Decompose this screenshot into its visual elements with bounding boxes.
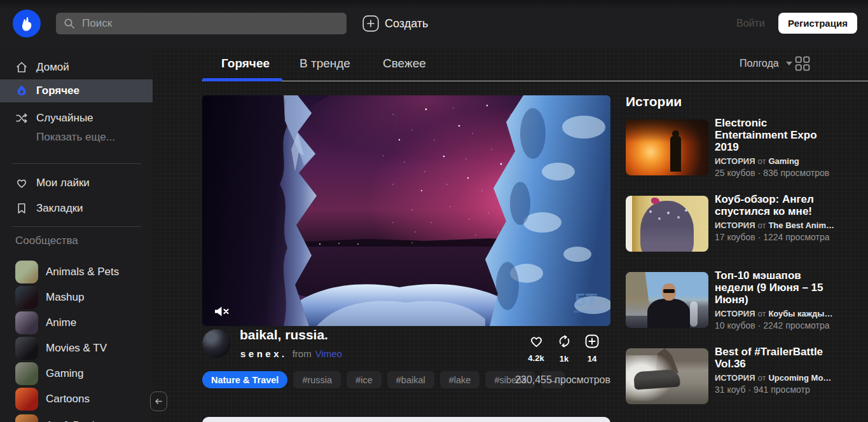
story-meta: ИСТОРИЯотGaming xyxy=(715,156,829,166)
story-title[interactable]: Electronic Entertainment Expo 2019 xyxy=(715,117,829,153)
hashtag[interactable]: #baikal xyxy=(387,371,434,388)
story-text: Топ-10 мэшапов недели (9 Июня – 15 Июня)… xyxy=(715,269,832,330)
arrow-left-icon xyxy=(154,397,163,406)
community-item[interactable]: Movies & TV xyxy=(0,336,153,361)
community-avatar xyxy=(15,388,38,411)
period-filter[interactable]: Полгода xyxy=(740,58,792,69)
coub-title: baikal, russia. xyxy=(240,327,328,343)
svg-text:5T: 5T xyxy=(575,289,597,310)
heart-icon xyxy=(529,334,544,348)
coub-logo[interactable] xyxy=(13,10,41,37)
community-avatar xyxy=(15,362,38,385)
community-avatar xyxy=(15,337,38,360)
story-text: Electronic Entertainment Expo 2019 ИСТОР… xyxy=(715,117,829,178)
sidebar-item-likes[interactable]: Мои лайки xyxy=(0,174,153,193)
thumbnail-art xyxy=(651,198,659,204)
sidebar-item-hot[interactable]: Горячее xyxy=(0,79,153,102)
likes-count: 4.2k xyxy=(522,353,550,363)
thumbnail-art xyxy=(640,201,693,252)
story-title[interactable]: Топ-10 мэшапов недели (9 Июня – 15 Июня) xyxy=(715,269,829,306)
coub-author-avatar[interactable] xyxy=(202,329,231,358)
story-thumbnail[interactable] xyxy=(626,119,708,175)
tab-fresh[interactable]: Свежее xyxy=(383,57,426,71)
community-item[interactable]: Animals & Pets xyxy=(0,259,153,285)
story-from-label: от xyxy=(758,309,766,318)
next-coub-card-peek[interactable] xyxy=(202,417,610,422)
sidebar-item-bookmarks[interactable]: Закладки xyxy=(0,199,153,218)
hashtag[interactable]: #russia xyxy=(293,371,341,388)
thumbnail-art xyxy=(633,369,680,390)
story-text: Best of #TrailerBattle Vol.36 ИСТОРИЯотU… xyxy=(715,346,831,404)
story-stats: 31 коуб · 941 просмотр xyxy=(715,385,831,395)
plus-icon xyxy=(362,15,379,32)
bookmark-icon xyxy=(15,202,28,215)
community-item[interactable]: Gaming xyxy=(0,361,153,386)
sidebar-item-label: Случайные xyxy=(36,112,93,125)
story-type-label: ИСТОРИЯ xyxy=(715,221,755,230)
thumbnail-art xyxy=(662,283,676,301)
story-channel-link[interactable]: Коубы кажды… xyxy=(768,309,832,318)
story-card[interactable]: Топ-10 мэшапов недели (9 Июня – 15 Июня)… xyxy=(626,272,868,330)
community-avatar xyxy=(15,261,38,283)
story-channel-link[interactable]: Gaming xyxy=(768,156,799,166)
login-link[interactable]: Войти xyxy=(736,18,765,29)
story-channel-link[interactable]: The Best Anim… xyxy=(768,221,834,230)
story-thumbnail[interactable] xyxy=(626,272,708,328)
hashtag[interactable]: #lake xyxy=(440,371,480,388)
community-label: Mashup xyxy=(46,291,84,304)
sidebar-item-random[interactable]: Случайные xyxy=(0,109,153,128)
grid-view-button[interactable] xyxy=(795,56,810,71)
story-thumbnail[interactable] xyxy=(626,196,708,252)
story-stats: 10 коубов · 2242 просмотра xyxy=(715,320,832,330)
search-input[interactable] xyxy=(81,17,339,31)
thumbnail-art xyxy=(670,136,681,172)
category-tag[interactable]: Nature & Travel xyxy=(202,371,287,388)
tab-hot[interactable]: Горячее xyxy=(221,57,270,71)
recoub-icon xyxy=(557,334,572,348)
community-avatar xyxy=(15,414,38,422)
chevron-down-icon xyxy=(786,62,792,65)
story-card[interactable]: Best of #TrailerBattle Vol.36 ИСТОРИЯотU… xyxy=(626,348,868,404)
story-card[interactable]: Electronic Entertainment Expo 2019 ИСТОР… xyxy=(626,119,868,178)
register-button[interactable]: Регистрация xyxy=(778,13,857,34)
community-item[interactable]: Mashup xyxy=(0,285,153,310)
story-thumbnail[interactable] xyxy=(626,348,708,404)
story-meta: ИСТОРИЯотКоубы кажды… xyxy=(715,309,832,318)
coub-player[interactable]: 5T xyxy=(202,95,610,326)
shuffle-icon xyxy=(15,112,28,125)
recoub-button[interactable]: 1k xyxy=(550,334,578,364)
story-card[interactable]: Коуб-обзор: Ангел спустился ко мне! ИСТО… xyxy=(626,196,868,252)
add-to-button[interactable]: 14 xyxy=(578,334,606,364)
community-item[interactable]: Art & Design xyxy=(0,413,153,422)
like-button[interactable]: 4.2k xyxy=(522,334,550,363)
sidebar-divider xyxy=(11,163,141,164)
community-item[interactable]: Cartoons xyxy=(0,386,153,412)
story-title[interactable]: Коуб-обзор: Ангел спустился ко мне! xyxy=(715,193,829,217)
hashtag[interactable]: #ice xyxy=(347,371,382,388)
thumbnail-art xyxy=(626,119,708,145)
communities-heading: Сообщества xyxy=(15,235,78,247)
story-stats: 25 коубов · 836 просмотров xyxy=(715,168,829,178)
story-channel-link[interactable]: Upcoming Mo… xyxy=(768,373,831,383)
show-more-link[interactable]: Показать еще... xyxy=(36,131,115,144)
top-bar: Создать Войти Регистрация xyxy=(0,0,868,48)
sidebar-item-home[interactable]: Домой xyxy=(0,58,153,77)
tab-trending[interactable]: В тренде xyxy=(300,57,350,71)
story-from-label: от xyxy=(758,373,766,383)
story-type-label: ИСТОРИЯ xyxy=(715,373,755,383)
story-title[interactable]: Best of #TrailerBattle Vol.36 xyxy=(715,346,829,370)
community-item[interactable]: Anime xyxy=(0,310,153,336)
community-label: Animals & Pets xyxy=(46,266,119,278)
coub-author-link[interactable]: senex. xyxy=(240,348,287,359)
video-frame: 5T xyxy=(202,95,610,326)
story-from-label: от xyxy=(758,156,766,166)
source-link[interactable]: Vimeo xyxy=(315,348,342,359)
sidebar: Домой Горячее Случайные Показать еще... … xyxy=(0,48,153,422)
collapse-sidebar-button[interactable] xyxy=(150,391,167,411)
muted-speaker-icon xyxy=(214,304,230,318)
create-label: Создать xyxy=(385,17,428,31)
stories-heading: Истории xyxy=(626,94,682,109)
community-label: Movies & TV xyxy=(46,342,107,355)
create-button[interactable]: Создать xyxy=(362,14,428,33)
mute-button[interactable] xyxy=(214,304,230,318)
